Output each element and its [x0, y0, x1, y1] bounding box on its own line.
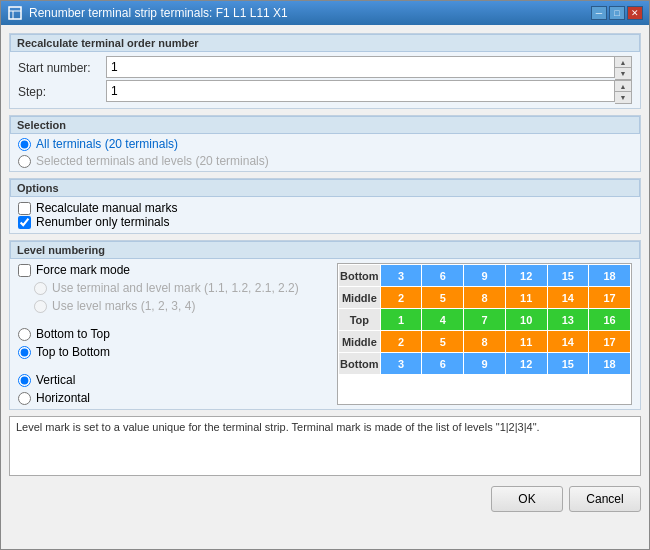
- selection-section: Selection All terminals (20 terminals) S…: [9, 115, 641, 172]
- spacer2: [18, 363, 329, 369]
- start-spinner-down[interactable]: ▼: [615, 68, 631, 79]
- grid-cell: 5: [422, 287, 464, 309]
- table-row: Bottom369121518: [339, 265, 631, 287]
- grid-cell: 17: [589, 287, 631, 309]
- grid-cell: 2: [380, 331, 422, 353]
- recalculate-header: Recalculate terminal order number: [10, 34, 640, 52]
- selection-header: Selection: [10, 116, 640, 134]
- direction2-label: Top to Bottom: [36, 345, 110, 359]
- grid-cell: 6: [422, 265, 464, 287]
- sub-option2[interactable]: Use level marks (1, 2, 3, 4): [34, 299, 329, 313]
- ok-button[interactable]: OK: [491, 486, 563, 512]
- force-mark-item[interactable]: Force mark mode: [18, 263, 329, 277]
- renumber-only-checkbox[interactable]: [18, 216, 31, 229]
- status-text: Level mark is set to a value unique for …: [16, 421, 540, 433]
- options-check2-label: Renumber only terminals: [36, 215, 169, 229]
- level-content: Force mark mode Use terminal and level m…: [10, 259, 640, 409]
- main-window: Renumber terminal strip terminals: F1 L1…: [0, 0, 650, 550]
- table-row: Middle258111417: [339, 287, 631, 309]
- options-section: Options Recalculate manual marks Renumbe…: [9, 178, 641, 234]
- step-spinner-down[interactable]: ▼: [615, 92, 631, 103]
- selection-option1[interactable]: All terminals (20 terminals): [18, 137, 632, 151]
- options-check1-label: Recalculate manual marks: [36, 201, 177, 215]
- content-area: Recalculate terminal order number Start …: [1, 25, 649, 549]
- grid-cell: 13: [547, 309, 589, 331]
- button-row: OK Cancel: [9, 482, 641, 512]
- grid-panel: Bottom369121518Middle258111417Top1471013…: [337, 263, 632, 405]
- orientation-radio1[interactable]: [18, 374, 31, 387]
- step-input-wrap: ▲ ▼: [106, 80, 632, 104]
- force-mark-label: Force mark mode: [36, 263, 130, 277]
- status-box: Level mark is set to a value unique for …: [9, 416, 641, 476]
- start-number-row: Start number: ▲ ▼: [18, 56, 632, 80]
- direction2-item[interactable]: Top to Bottom: [18, 345, 329, 359]
- start-label: Start number:: [18, 61, 98, 75]
- grid-cell: 15: [547, 265, 589, 287]
- level-grid: Bottom369121518Middle258111417Top1471013…: [338, 264, 631, 375]
- grid-cell: 7: [464, 309, 506, 331]
- grid-cell: 9: [464, 353, 506, 375]
- selection-label1: All terminals (20 terminals): [36, 137, 178, 151]
- orientation1-item[interactable]: Vertical: [18, 373, 329, 387]
- selection-radio1[interactable]: [18, 138, 31, 151]
- direction-radio2[interactable]: [18, 346, 31, 359]
- options-content: Recalculate manual marks Renumber only t…: [10, 197, 640, 233]
- options-header: Options: [10, 179, 640, 197]
- step-input[interactable]: [106, 80, 615, 102]
- step-spinner-up[interactable]: ▲: [615, 81, 631, 92]
- selection-radio2[interactable]: [18, 155, 31, 168]
- row-label: Middle: [339, 287, 381, 309]
- grid-cell: 8: [464, 331, 506, 353]
- grid-cell: 10: [505, 309, 547, 331]
- close-button[interactable]: ✕: [627, 6, 643, 20]
- grid-cell: 14: [547, 331, 589, 353]
- step-label: Step:: [18, 85, 98, 99]
- grid-container[interactable]: Bottom369121518Middle258111417Top1471013…: [337, 263, 632, 405]
- row-label: Top: [339, 309, 381, 331]
- title-bar: Renumber terminal strip terminals: F1 L1…: [1, 1, 649, 25]
- sub-option1[interactable]: Use terminal and level mark (1.1, 1.2, 2…: [34, 281, 329, 295]
- direction1-item[interactable]: Bottom to Top: [18, 327, 329, 341]
- grid-cell: 14: [547, 287, 589, 309]
- grid-cell: 15: [547, 353, 589, 375]
- direction-radio1[interactable]: [18, 328, 31, 341]
- svg-rect-0: [9, 7, 21, 19]
- orientation1-label: Vertical: [36, 373, 75, 387]
- grid-cell: 16: [589, 309, 631, 331]
- grid-cell: 2: [380, 287, 422, 309]
- minimize-button[interactable]: ─: [591, 6, 607, 20]
- spacer1: [18, 317, 329, 323]
- grid-cell: 6: [422, 353, 464, 375]
- options-check2[interactable]: Renumber only terminals: [18, 215, 632, 229]
- orientation2-item[interactable]: Horizontal: [18, 391, 329, 405]
- recalculate-marks-checkbox[interactable]: [18, 202, 31, 215]
- selection-radio-group: All terminals (20 terminals) Selected te…: [10, 134, 640, 171]
- level-left: Force mark mode Use terminal and level m…: [18, 263, 329, 405]
- grid-cell: 12: [505, 265, 547, 287]
- row-label: Bottom: [339, 265, 381, 287]
- maximize-button[interactable]: □: [609, 6, 625, 20]
- level-header: Level numbering: [10, 241, 640, 259]
- selection-option2[interactable]: Selected terminals and levels (20 termin…: [18, 154, 632, 168]
- start-spinner: ▲ ▼: [615, 56, 632, 80]
- grid-cell: 11: [505, 287, 547, 309]
- orientation2-label: Horizontal: [36, 391, 90, 405]
- force-mark-checkbox[interactable]: [18, 264, 31, 277]
- step-row: Step: ▲ ▼: [18, 80, 632, 104]
- recalculate-content: Start number: ▲ ▼ Step: ▲: [10, 52, 640, 108]
- start-input-wrap: ▲ ▼: [106, 56, 632, 80]
- start-number-input[interactable]: [106, 56, 615, 78]
- grid-cell: 11: [505, 331, 547, 353]
- level-section: Level numbering Force mark mode Use term…: [9, 240, 641, 410]
- window-title: Renumber terminal strip terminals: F1 L1…: [29, 6, 288, 20]
- grid-cell: 17: [589, 331, 631, 353]
- orientation-radio2[interactable]: [18, 392, 31, 405]
- start-spinner-up[interactable]: ▲: [615, 57, 631, 68]
- cancel-button[interactable]: Cancel: [569, 486, 641, 512]
- window-icon: [7, 5, 23, 21]
- title-bar-left: Renumber terminal strip terminals: F1 L1…: [7, 5, 288, 21]
- grid-cell: 3: [380, 265, 422, 287]
- options-check1[interactable]: Recalculate manual marks: [18, 201, 632, 215]
- table-row: Bottom369121518: [339, 353, 631, 375]
- selection-label2: Selected terminals and levels (20 termin…: [36, 154, 269, 168]
